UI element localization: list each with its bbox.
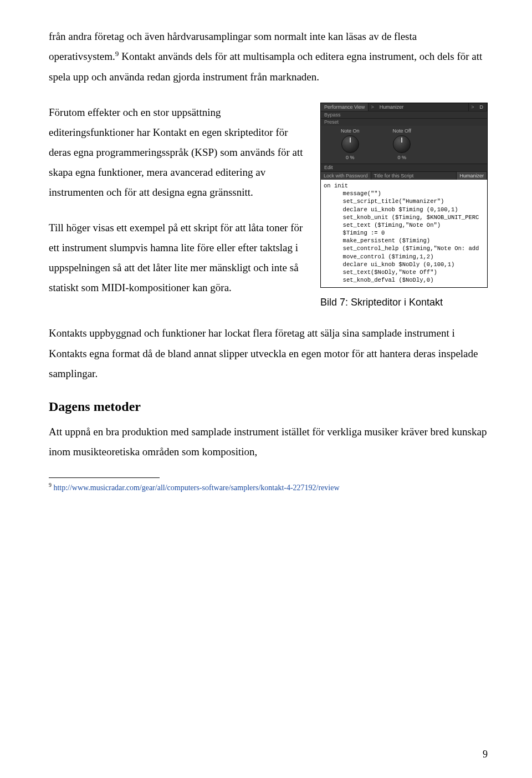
knob-note-on-value: 0 % [346,155,355,160]
code-line: declare ui_knob $NoDly (0,100,1) [324,261,484,268]
knob-note-off-value: 0 % [397,155,406,160]
left-column: Förutom effekter och en stor uppsättning… [49,103,308,314]
knob-icon [341,135,359,153]
script-meta-row: Lock with Password Title for this Script… [321,172,487,180]
footnote-link[interactable]: http://www.musicradar.com/gear/all/compu… [53,484,339,492]
tab-humanizer: Humanizer [376,103,469,111]
right-column: Performance View > Humanizer > D Bypass … [320,103,488,314]
code-line: set_script_title("Humanizer") [324,197,484,205]
kontakt-script-editor-screenshot: Performance View > Humanizer > D Bypass … [320,103,488,288]
figure-caption: Bild 7: Skripteditor i Kontakt [320,297,488,308]
knob-note-on-label: Note On [341,128,360,134]
script-code-area: on init message("") set_script_title("Hu… [321,180,487,287]
code-line: message("") [324,190,484,197]
code-line: set_text ($Timing,"Note On") [324,221,484,229]
code-line: move_control ($Timing,1,2) [324,253,484,261]
title-for-script-cell: Title for this Script [371,172,457,180]
footnote-divider [49,477,160,478]
knob-note-on: Note On 0 % [341,128,360,161]
paragraph-5: Att uppnå en bra produktion med samplade… [49,422,488,462]
scriptshot-tabrow: Performance View > Humanizer > D [321,103,487,111]
row-bypass: Bypass [321,111,487,118]
tab-performance-view: Performance View [321,103,369,111]
knob-icon [393,135,411,153]
paragraph-4: Kontakts uppbyggnad och funktioner har l… [49,323,488,383]
tab-d: D [477,103,488,111]
chevron-right-icon: > [369,103,376,111]
knob-note-off: Note Off 0 % [393,128,411,161]
knob-note-off-label: Note Off [393,128,411,134]
code-line: make_persistent ($Timing) [324,237,484,245]
edit-bar: Edit [321,164,487,171]
knob-panel: Note On 0 % Note Off 0 % [321,126,487,164]
chevron-right-icon: > [469,103,476,111]
page-number: 9 [483,749,488,760]
code-line: set_knob_defval ($NoDly,0) [324,276,484,284]
paragraph-3: Till höger visas ett exempel på ett skri… [49,218,308,298]
paragraph-1: från andra företag och även hårdvarusamp… [49,27,488,87]
footnote-number: 9 [49,482,52,488]
script-name-cell: Humanizer [457,172,487,180]
two-column-section: Förutom effekter och en stor uppsättning… [49,103,488,314]
row-preset: Preset [321,118,487,125]
lock-with-password-cell: Lock with Password [321,172,371,180]
section-heading-dagens-metoder: Dagens metoder [49,399,488,414]
paragraph-2: Förutom effekter och en stor uppsättning… [49,103,308,202]
document-page: från andra företag och även hårdvarusamp… [0,0,532,778]
code-line: set_control_help ($Timing,"Note On: add [324,245,484,252]
code-line: declare ui_knob $Timing (0,100,1) [324,206,484,213]
code-line: set_text($NoDly,"Note Off") [324,268,484,276]
code-line: set_knob_unit ($Timing, $KNOB_UNIT_PERC [324,213,484,221]
code-line: on init [324,182,348,189]
code-line: $Timing := 0 [324,229,484,237]
footnote-9: 9 http://www.musicradar.com/gear/all/com… [49,481,488,494]
